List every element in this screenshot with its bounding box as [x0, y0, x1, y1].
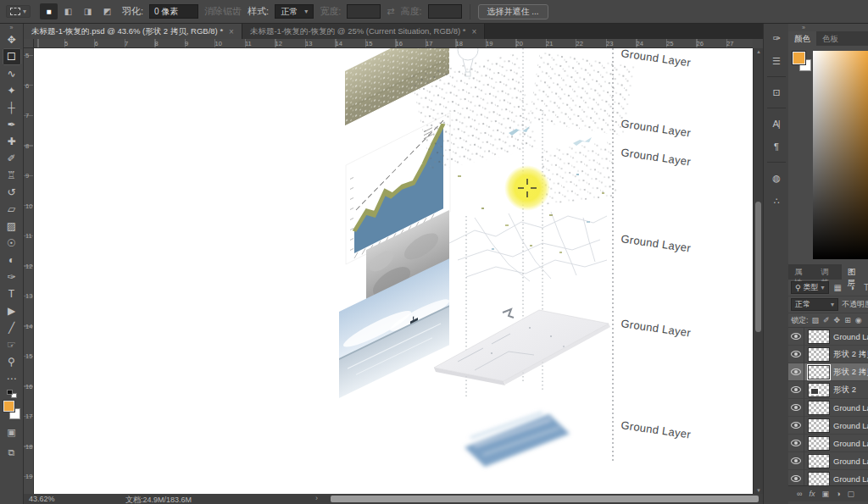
layer-filter-select[interactable]: ⚲ 类型 ▾ — [791, 281, 829, 294]
add-selection-mode[interactable]: ◧ — [59, 3, 77, 19]
dock-collapse-arrows[interactable]: » — [788, 24, 868, 31]
lasso-tool[interactable]: ∿ — [3, 65, 21, 82]
pen-tool[interactable]: ✑ — [3, 269, 21, 285]
layer-thumbnail[interactable] — [808, 383, 830, 397]
tab-color[interactable]: 颜色 — [788, 31, 816, 46]
tab-swatches[interactable]: 色板 — [816, 31, 844, 46]
width-input[interactable] — [347, 4, 381, 19]
layer-visibility-eye-icon[interactable] — [791, 368, 801, 375]
tab-layers[interactable]: 图层 — [842, 264, 868, 280]
layer-thumbnail[interactable] — [808, 347, 830, 362]
type-tool[interactable]: T — [3, 285, 21, 302]
paths-panel-icon[interactable]: ∴ — [767, 193, 786, 208]
layer-visibility-eye-icon[interactable] — [791, 422, 801, 429]
layer-visibility-eye-icon[interactable] — [791, 333, 801, 340]
zoom-tool[interactable]: ⚲ — [3, 353, 21, 370]
layer-effects-icon[interactable]: fx — [809, 490, 815, 498]
feather-input[interactable]: 0 像素 — [149, 4, 198, 19]
layer-row[interactable]: Ground Layer — [788, 328, 868, 346]
link-layers-icon[interactable]: ∞ — [797, 490, 802, 498]
eyedropper-tool[interactable]: ✒ — [3, 116, 21, 133]
eraser-tool[interactable]: ▱ — [3, 201, 21, 218]
layer-row[interactable]: Ground Layer — [788, 417, 868, 435]
document-tab-inactive[interactable]: 未标题-1-恢复的-恢复的 @ 25% (Current Situation, … — [242, 24, 485, 39]
horizontal-ruler[interactable]: 5678910111213141516171819202122232425262… — [34, 39, 753, 48]
layer-visibility-eye-icon[interactable] — [791, 457, 801, 464]
tab-adjustments[interactable]: 调整 — [815, 264, 841, 280]
crop-tool[interactable]: ┼ — [3, 99, 21, 116]
brush-tool[interactable]: ✐ — [3, 150, 21, 167]
add-layer-mask-icon[interactable]: ▣ — [821, 490, 829, 498]
clone-source-panel-icon[interactable]: ⊡ — [767, 85, 786, 100]
layer-visibility-eye-icon[interactable] — [791, 475, 801, 482]
layer-row[interactable]: Ground Layer — [788, 470, 868, 485]
layer-thumbnail[interactable] — [808, 401, 830, 415]
blur-tool[interactable]: ☉ — [3, 235, 21, 252]
line-tool[interactable]: ╱ — [3, 319, 21, 336]
filter-pixel-layers-icon[interactable]: ▦ — [832, 281, 844, 294]
intersect-selection-mode[interactable]: ◩ — [98, 3, 116, 19]
layer-thumbnail[interactable] — [808, 330, 830, 344]
magic-wand-tool[interactable]: ✦ — [3, 82, 21, 99]
rectangular-marquee-tool[interactable]: ☐ — [3, 48, 21, 65]
lock-artboard-icon[interactable]: ⊞ — [844, 316, 851, 324]
brush-settings-panel-icon[interactable]: ☰ — [767, 53, 786, 69]
close-icon[interactable]: × — [472, 27, 477, 36]
lock-position-icon[interactable]: ✥ — [834, 316, 841, 324]
paragraph-panel-icon[interactable]: ¶ — [767, 139, 786, 154]
foreground-color-swatch[interactable] — [793, 52, 805, 64]
brush-panel-icon[interactable]: ✑ — [767, 30, 786, 46]
toolbar-collapse-arrows[interactable]: » — [10, 24, 14, 31]
layer-row[interactable]: 形状 2 拷贝 — [788, 346, 868, 363]
layer-row[interactable]: Ground Layer — [788, 452, 868, 470]
scroll-up-arrow[interactable]: ▲ — [755, 49, 762, 54]
horizontal-scrollbar-thumb[interactable] — [331, 496, 759, 502]
clone-stamp-tool[interactable]: ♖ — [3, 167, 21, 184]
layer-thumbnail[interactable] — [808, 418, 830, 433]
layer-visibility-eye-icon[interactable] — [791, 386, 801, 393]
select-and-mask-button[interactable]: 选择并遮住 ... — [478, 4, 548, 19]
layer-visibility-eye-icon[interactable] — [791, 404, 801, 411]
history-brush-tool[interactable]: ↺ — [3, 184, 21, 201]
layer-visibility-eye-icon[interactable] — [791, 440, 801, 446]
status-menu-arrow[interactable]: › — [315, 494, 318, 502]
layer-thumbnail[interactable] — [808, 454, 830, 468]
layer-row[interactable]: Ground Layer — [788, 435, 868, 452]
layer-row[interactable]: 形状 2 拷贝 — [788, 363, 868, 381]
height-input[interactable] — [428, 4, 462, 19]
edit-in-quick-mask-button[interactable]: ▣ — [3, 424, 21, 440]
foreground-background-colors[interactable] — [3, 400, 21, 420]
vertical-ruler[interactable]: 5678910111213141516171819 — [24, 48, 34, 494]
edit-toolbar-button[interactable]: ⋯ — [3, 370, 21, 387]
vertical-scrollbar[interactable]: ▲ ▼ — [753, 48, 763, 494]
scroll-down-arrow[interactable]: ▼ — [755, 488, 762, 493]
character-panel-icon[interactable]: A| — [767, 116, 786, 131]
path-selection-tool[interactable]: ▶ — [3, 302, 21, 319]
vertical-scrollbar-thumb[interactable] — [755, 202, 761, 332]
color-gradient-field[interactable] — [813, 51, 868, 259]
blend-mode-select[interactable]: 正常 ▾ — [791, 298, 838, 311]
screen-mode-button[interactable]: ⧉ — [3, 444, 21, 461]
gradient-tool[interactable]: ▨ — [3, 218, 21, 235]
subtract-selection-mode[interactable]: ◨ — [79, 3, 97, 19]
lock-image-icon[interactable]: ✐ — [823, 316, 830, 324]
libraries-panel-icon[interactable]: ◍ — [767, 170, 786, 186]
dodge-tool[interactable]: ◐ — [3, 252, 21, 269]
new-selection-mode[interactable]: ■ — [40, 3, 58, 19]
swap-dimensions-icon[interactable]: ⇄ — [387, 6, 394, 17]
spot-healing-brush-tool[interactable]: ✚ — [3, 133, 21, 150]
foreground-color-swatch[interactable] — [3, 401, 14, 412]
document-canvas[interactable]: Ground Layer Ground Layer Ground Layer G… — [34, 48, 753, 494]
lock-all-icon[interactable]: ◉ — [855, 316, 862, 324]
move-tool[interactable]: ✥ — [3, 31, 21, 48]
document-tab-active[interactable]: 未标题-1-恢复的.psd @ 43.6% (形状 2 拷贝, RGB/8) *… — [24, 24, 242, 39]
filter-adjustment-layers-icon[interactable]: ◑ — [846, 281, 859, 294]
new-adjustment-layer-icon[interactable]: ◑ — [836, 490, 840, 498]
zoom-level-field[interactable]: 43.62% — [29, 495, 55, 503]
layer-thumbnail[interactable] — [808, 472, 830, 486]
lock-transparency-icon[interactable]: ▨ — [812, 316, 820, 324]
style-select[interactable]: 正常 ▾ — [275, 4, 314, 19]
layer-row[interactable]: Ground Layer — [788, 399, 868, 417]
layer-row[interactable]: 形状 2 — [788, 381, 868, 399]
layer-thumbnail[interactable] — [808, 365, 830, 379]
